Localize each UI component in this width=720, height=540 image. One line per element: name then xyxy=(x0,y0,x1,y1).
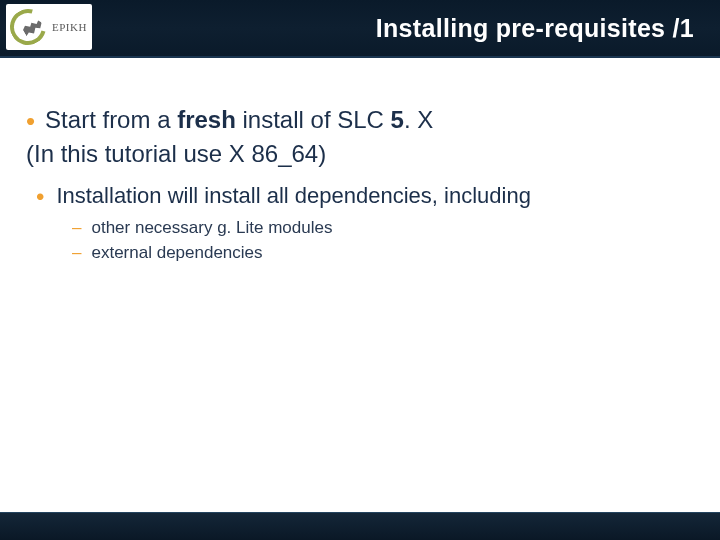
bullet-text: Start from a fresh install of SLC 5. X xyxy=(45,104,433,136)
text-bold: 5 xyxy=(391,106,404,133)
header-bar: EPIKH Installing pre-requisites /1 xyxy=(0,0,720,58)
text-fragment: . X xyxy=(404,106,433,133)
sub-bullet-item: – other necessary g. Lite modules xyxy=(72,216,686,241)
slide: EPIKH Installing pre-requisites /1 • Sta… xyxy=(0,0,720,540)
bullet-item: • Installation will install all dependen… xyxy=(36,181,686,211)
text-bold: fresh xyxy=(177,106,236,133)
dash-icon: – xyxy=(72,216,81,241)
logo: EPIKH xyxy=(6,4,92,50)
sub-bullet-text: other necessary g. Lite modules xyxy=(91,216,332,241)
bullet-continuation: (In this tutorial use X 86_64) xyxy=(26,138,686,170)
sub-bullet-item: – external dependencies xyxy=(72,241,686,266)
logo-ring-icon xyxy=(3,2,52,51)
logo-text: EPIKH xyxy=(52,21,87,33)
slide-body: • Start from a fresh install of SLC 5. X… xyxy=(0,58,720,266)
bullet-dot-icon: • xyxy=(36,185,44,209)
sub-bullet-text: external dependencies xyxy=(91,241,262,266)
text-fragment: install of SLC xyxy=(236,106,391,133)
logo-map-icon xyxy=(21,17,45,39)
footer-bar xyxy=(0,512,720,540)
dash-icon: – xyxy=(72,241,81,266)
slide-title: Installing pre-requisites /1 xyxy=(376,14,694,43)
bullet-item: • Start from a fresh install of SLC 5. X xyxy=(26,104,686,136)
text-fragment: Start from a xyxy=(45,106,177,133)
bullet-text: Installation will install all dependenci… xyxy=(56,181,531,211)
bullet-dot-icon: • xyxy=(26,108,35,134)
